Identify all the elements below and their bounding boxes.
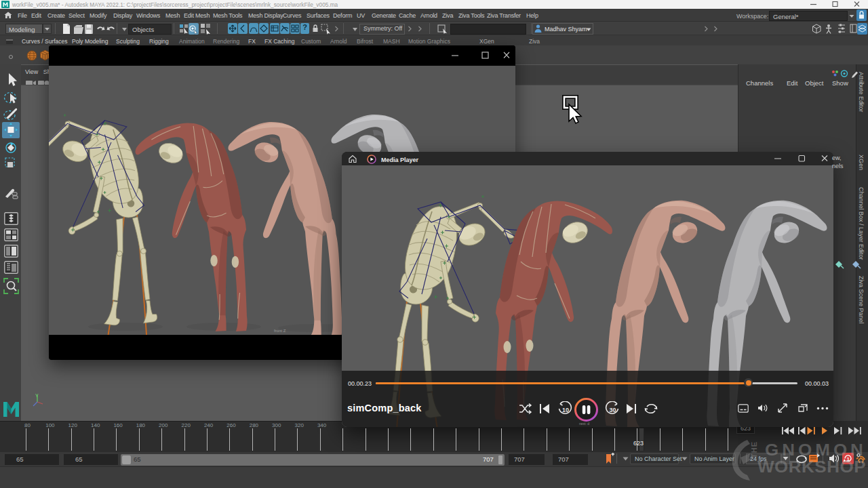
svg-text:30: 30 [610,407,616,413]
svg-text:1: 1 [847,457,850,462]
svg-text:10: 10 [562,407,569,413]
svg-text:Y: Y [35,393,39,398]
